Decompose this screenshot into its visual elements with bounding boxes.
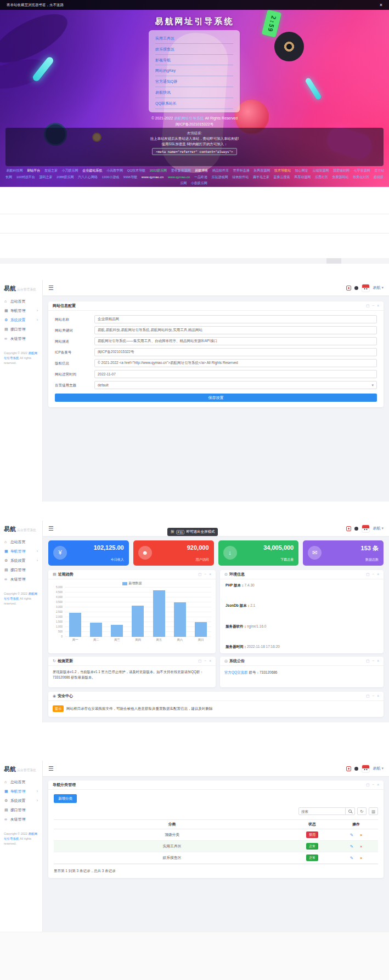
menu-toggle-icon[interactable]: ☰ [48, 765, 54, 772]
sidebar-item[interactable]: ∞ 友链管理 [0, 334, 42, 343]
save-button[interactable]: 保存设置 [55, 394, 377, 402]
config-input[interactable] [94, 381, 377, 389]
close-icon[interactable]: × [209, 572, 211, 577]
friend-link[interactable]: 云端资源网 [312, 169, 329, 172]
delete-icon[interactable]: × [360, 856, 362, 861]
friend-link[interactable]: 2088娱乐网 [57, 175, 74, 179]
config-input[interactable] [94, 326, 377, 334]
resize-icon[interactable]: ▢ [366, 694, 369, 698]
refresh-icon[interactable]: ↻ [357, 807, 367, 815]
sidebar-item[interactable]: ⌂ 总站首页 [0, 297, 42, 306]
friend-link[interactable]: 蓝奏云搜索 [274, 175, 290, 179]
hero-nav-link[interactable]: 官方通知Q群 [155, 76, 233, 87]
resize-icon[interactable]: ▢ [198, 659, 201, 663]
friend-link[interactable]: 绿色软件站 [232, 175, 249, 179]
user-menu[interactable]: 易航 ▾ [373, 526, 384, 531]
theme-icon[interactable] [354, 527, 358, 531]
friend-link[interactable]: 一品欧迪 [194, 175, 207, 179]
friend-link[interactable]: 1300小游戏 [102, 175, 119, 179]
minimize-icon[interactable]: − [204, 572, 206, 577]
friend-link[interactable]: 易航博客 [195, 169, 208, 172]
hero-nav-link[interactable]: 娱乐摸鱼区 [155, 44, 233, 55]
sidebar-item[interactable]: ▦ 导航管理 › [0, 306, 42, 315]
resize-icon[interactable]: ▢ [366, 659, 369, 663]
notification-icon[interactable] [346, 766, 351, 771]
friend-link[interactable]: www.qymao.cn [168, 175, 190, 179]
friend-link[interactable]: 乐玩游戏网 [212, 175, 228, 179]
friend-link[interactable]: 技术导航站 [274, 169, 291, 172]
friend-link[interactable]: 2022娱乐网 [150, 169, 167, 172]
resize-icon[interactable]: ▢ [366, 783, 369, 787]
sidebar-item[interactable]: ∞ 友链管理 [0, 814, 42, 824]
hero-nav-link[interactable]: QQ联系站长 [155, 98, 233, 109]
menu-toggle-icon[interactable]: ☰ [48, 525, 54, 532]
resize-icon[interactable]: ▢ [366, 572, 369, 577]
friend-link[interactable]: 世界杯直播 [233, 169, 250, 172]
sidebar-item[interactable]: ▦ 导航管理 › [0, 546, 42, 556]
sidebar-item[interactable]: ⌂ 总站首页 [0, 777, 42, 787]
config-input[interactable] [94, 370, 377, 378]
edit-icon[interactable]: ✎ [350, 856, 353, 861]
sidebar-item[interactable]: ⚙ 系统设置 › [0, 315, 42, 324]
close-icon[interactable]: × [377, 783, 379, 787]
friend-link[interactable]: 七宇资源网 [354, 169, 370, 172]
resize-icon[interactable]: ▢ [198, 572, 201, 577]
friend-link[interactable]: 100对战平台 [16, 175, 35, 179]
qq-group-link[interactable]: 官方QQ交流群 [224, 670, 248, 674]
friend-link[interactable]: 小刀娱乐网 [62, 169, 78, 172]
theme-icon[interactable] [354, 286, 358, 290]
sidebar-item[interactable]: ⌂ 总站首页 [0, 537, 42, 546]
edit-icon[interactable]: ✎ [350, 833, 353, 837]
close-icon[interactable]: × [377, 694, 379, 698]
resize-icon[interactable]: ▢ [366, 304, 369, 308]
stat-card[interactable]: ↓ 34,005,000 下载总量 [218, 540, 299, 566]
minimize-icon[interactable]: − [204, 659, 206, 663]
friend-link[interactable]: 辰风资源网 [253, 169, 270, 172]
minimize-icon[interactable]: − [372, 694, 374, 698]
stat-card[interactable]: ☻ 920,000 用户访问 [133, 540, 214, 566]
friend-link[interactable]: 小高教学网 [106, 169, 123, 172]
friend-link[interactable]: 知心网堂 [295, 169, 308, 172]
search-icon[interactable] [346, 807, 355, 815]
friend-link[interactable]: 友链之家 [44, 169, 58, 172]
friend-link[interactable]: 源码之家 [39, 175, 52, 179]
friend-link[interactable]: QQ技术导航 [127, 169, 145, 172]
friend-link[interactable]: 易航科技网 [7, 169, 23, 172]
close-icon[interactable]: × [380, 2, 382, 8]
close-icon[interactable]: × [209, 659, 211, 663]
theme-icon[interactable] [354, 767, 358, 771]
icp-number[interactable]: 闽ICP备2021015322号 [0, 122, 389, 127]
close-icon[interactable]: × [377, 304, 379, 308]
friend-link[interactable]: 乐愚社区 [315, 175, 328, 179]
friend-link[interactable]: 免费源码站 [332, 175, 349, 179]
notification-icon[interactable] [346, 286, 351, 290]
config-input[interactable] [94, 359, 377, 367]
avatar[interactable] [362, 765, 370, 773]
friend-link[interactable]: 刷钻平台 [27, 169, 40, 172]
minimize-icon[interactable]: − [372, 304, 374, 308]
stat-card[interactable]: ¥ 102,125.00 今日收入 [48, 540, 129, 566]
hero-nav-link[interactable]: 影视导航 [155, 55, 233, 66]
hero-nav-link[interactable]: 易航快讯 [155, 87, 233, 98]
hero-nav-link[interactable]: 网站的gKey [155, 65, 233, 76]
hero-nav-link[interactable]: 实用工具区 [155, 33, 233, 44]
friend-link[interactable]: 爱收集资源网 [171, 169, 191, 172]
sidebar-item[interactable]: ▤ 接口管理 [0, 805, 42, 814]
friend-link[interactable]: 我爱辅助网 [333, 169, 349, 172]
minimize-icon[interactable]: − [372, 572, 374, 577]
user-menu[interactable]: 易航 ▾ [373, 766, 384, 771]
search-input[interactable] [298, 807, 346, 815]
sidebar-item[interactable]: ▤ 接口管理 [0, 324, 42, 334]
notification-icon[interactable] [346, 526, 351, 531]
menu-toggle-icon[interactable]: ☰ [48, 284, 54, 292]
sidebar-item[interactable]: ⚙ 系统设置 › [0, 556, 42, 565]
edit-icon[interactable]: ✎ [350, 844, 353, 849]
columns-icon[interactable]: ▥ [369, 807, 378, 815]
avatar[interactable] [362, 284, 370, 292]
delete-icon[interactable]: × [360, 833, 362, 837]
add-category-button[interactable]: 新增分类 [54, 794, 77, 803]
site-name-link[interactable]: 易航网址引导系统 [174, 116, 204, 120]
minimize-icon[interactable]: − [372, 659, 374, 663]
config-input[interactable] [94, 337, 377, 345]
column-header-name[interactable]: 分类 [54, 822, 290, 827]
